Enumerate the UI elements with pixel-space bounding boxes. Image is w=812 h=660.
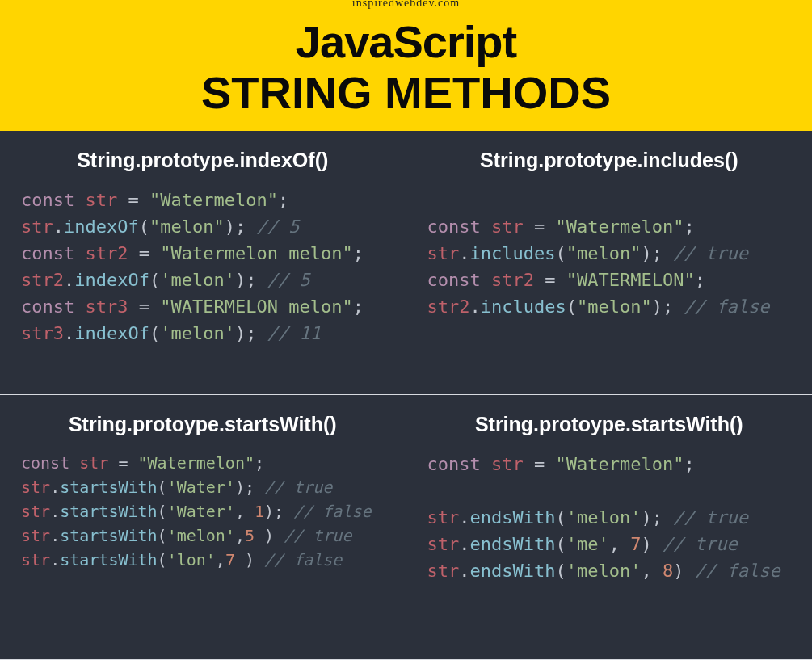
code-token: , (216, 550, 225, 570)
code-token: ); (235, 270, 267, 290)
code-token: const (21, 243, 85, 263)
code-token: 'melon' (160, 270, 235, 290)
code-line: str.indexOf("melon"); // 5 (21, 213, 385, 240)
code-token: . (64, 323, 74, 343)
code-token: startsWith (60, 550, 157, 570)
code-token: ) (641, 534, 663, 554)
code-token: ( (555, 507, 566, 528)
code-token: 1 (255, 502, 264, 521)
code-token: // 5 (267, 270, 310, 290)
code-token: . (459, 534, 469, 554)
code-token: = (128, 243, 160, 263)
title-line-2: STRING METHODS (201, 69, 611, 117)
code-token: ( (139, 216, 149, 237)
code-token: ) (235, 550, 264, 570)
code-token: ; (684, 216, 694, 237)
method-title: String.protoype.startsWith() (21, 413, 385, 436)
code-token: str (79, 453, 108, 473)
code-token: // true (673, 243, 748, 263)
code-line (427, 477, 792, 504)
code-token: = (524, 454, 556, 474)
code-token: 7 (225, 550, 235, 570)
code-token: const (21, 296, 85, 317)
code-line: str2.includes("melon"); // false (427, 293, 792, 320)
code-token: str (85, 190, 117, 210)
code-token: startsWith (60, 502, 157, 521)
code-token: ); (235, 477, 264, 497)
code-token: ( (158, 502, 167, 521)
code-token: ) (673, 561, 695, 581)
code-token: . (459, 507, 469, 528)
code-token: 'melon' (566, 507, 642, 528)
code-token: . (50, 526, 60, 545)
code-token: 5 (245, 526, 255, 545)
code-token: indexOf (74, 323, 149, 343)
code-token: const (427, 270, 491, 290)
code-token: , (609, 534, 631, 554)
code-token: 'lon' (167, 550, 216, 570)
code-token: ( (555, 561, 566, 581)
method-cell: String.prototype.indexOf()const str = "W… (0, 131, 406, 395)
code-token: str2 (427, 296, 470, 317)
code-token: ); (235, 323, 267, 343)
code-token: const (427, 216, 491, 237)
code-token: . (459, 243, 469, 263)
code-token: ); (264, 502, 293, 521)
code-line: str.endsWith('me', 7) // true (427, 531, 792, 557)
code-token: 'Water' (167, 477, 235, 497)
code-token: 'melon' (167, 526, 235, 545)
code-token: "melon" (149, 216, 225, 237)
code-token: str2 (21, 270, 64, 290)
code-token: ) (255, 526, 284, 545)
code-block: const str = "Watermelon";str.indexOf("me… (21, 187, 385, 347)
code-token: str3 (21, 323, 64, 343)
code-token: ; (684, 454, 694, 474)
code-token: 'me' (566, 534, 609, 554)
code-token: "Watermelon melon" (160, 243, 352, 263)
code-token: // false (293, 502, 371, 521)
code-token: ( (566, 296, 577, 317)
code-token: str3 (85, 296, 128, 317)
code-token: str (21, 550, 50, 570)
code-line: str.startsWith('Water', 1); // false (21, 499, 385, 523)
code-token: "melon" (566, 243, 642, 263)
code-token: includes (470, 243, 556, 263)
code-token: "WATERMELON melon" (160, 296, 352, 317)
method-title: String.prototype.indexOf() (21, 149, 385, 172)
code-token: ( (149, 270, 160, 290)
code-token: includes (481, 296, 566, 317)
code-token: str (427, 507, 460, 528)
code-line: str3.indexOf('melon'); // 11 (21, 320, 385, 347)
code-line: const str2 = "Watermelon melon"; (21, 240, 385, 267)
code-token: 'Water' (167, 502, 235, 521)
code-token: str2 (491, 270, 534, 290)
code-token: // true (673, 507, 748, 528)
code-token: "melon" (577, 296, 652, 317)
code-token: ); (641, 507, 673, 528)
code-token: . (50, 550, 60, 570)
code-token: const (21, 453, 79, 473)
code-token: ( (555, 534, 566, 554)
code-token: ( (158, 550, 167, 570)
code-token: = (534, 270, 566, 290)
method-cell: String.protoype.startsWith()const str = … (0, 395, 406, 660)
code-line: const str = "Watermelon"; (427, 213, 792, 240)
code-line: const str = "Watermelon"; (427, 451, 792, 477)
code-token: indexOf (74, 270, 149, 290)
code-token: startsWith (60, 526, 157, 545)
code-token: ; (255, 453, 264, 473)
code-line: const str = "Watermelon"; (21, 451, 385, 475)
code-token: // 5 (256, 216, 299, 237)
site-credit: inspiredwebdev.com (352, 0, 460, 10)
code-token: // 11 (267, 323, 321, 343)
code-token: str (427, 561, 460, 581)
code-token: ; (353, 243, 364, 263)
code-line: str2.indexOf('melon'); // 5 (21, 267, 385, 293)
code-token: . (50, 502, 60, 521)
code-token: 'melon' (566, 561, 642, 581)
code-line: str.startsWith('Water'); // true (21, 475, 385, 499)
code-token: ; (353, 296, 364, 317)
code-token: 8 (663, 561, 673, 581)
code-token: 7 (630, 534, 641, 554)
code-token: str (21, 477, 50, 497)
